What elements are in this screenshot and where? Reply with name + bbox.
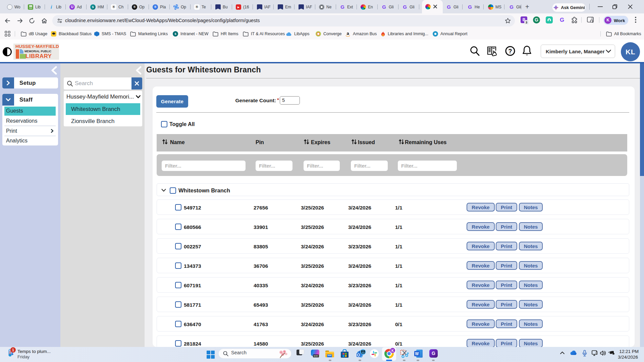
svg-text:?: ? [508, 48, 512, 55]
